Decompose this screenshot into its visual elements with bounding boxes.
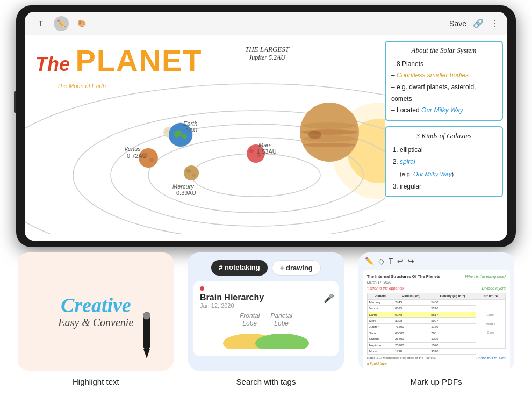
svg-point-11	[186, 169, 191, 173]
highlight-text-group: Creative Easy & Convenie	[58, 294, 133, 329]
search-label: Search with tags	[236, 377, 296, 386]
mic-icon: 🎤	[323, 293, 334, 303]
notetaking-tag[interactable]: # notetaking	[211, 260, 268, 276]
palette-icon: 🎨	[77, 19, 86, 27]
parietal-lobe: ParietalLobe	[270, 312, 292, 327]
pdf-footnote: [Table 1-1] Mechanical properties of the…	[367, 356, 436, 361]
eraser-icon[interactable]: ◇	[378, 257, 384, 265]
note-dot	[200, 286, 204, 291]
brush-tool-button[interactable]: ✏️	[54, 16, 69, 31]
svg-text:0.72AU: 0.72AU	[127, 153, 147, 159]
moon-label: The Moon of Earth	[57, 83, 106, 89]
pen-icon	[131, 310, 163, 365]
pdf-table: PlanetsRadius (km)Density (kg m⁻³)Struct…	[367, 293, 506, 355]
svg-text:1AU: 1AU	[186, 127, 197, 133]
svg-rect-38	[143, 312, 150, 319]
pdf-share-note: Share this to Tim!	[476, 356, 506, 361]
feature-highlight: Creative Easy & Convenie Highlight text	[11, 252, 181, 386]
highlight-card: Creative Easy & Convenie	[18, 252, 174, 371]
undo-icon[interactable]: ↩	[397, 257, 404, 265]
pdf-card: ✏️ ◇ T ↩ ↪ The Internal Structures Of Th…	[358, 252, 514, 371]
drawing-tag[interactable]: + drawing	[272, 260, 321, 276]
highlight-label: Highlight text	[73, 377, 119, 386]
galaxy-item-2: spiral(e.g. Our Milky Way)	[400, 156, 497, 180]
redo-icon[interactable]: ↪	[408, 257, 414, 265]
text-icon: T	[39, 19, 44, 28]
search-card: # notetaking + drawing Brain Hierarchy J…	[188, 252, 344, 371]
app-toolbar: T ✏️ 🎨 Save 🔗 ⋮	[25, 12, 507, 35]
pdf-liquid-layer: a liquid layer	[367, 361, 506, 366]
svg-point-12	[192, 174, 196, 177]
note-title: Brain Hierarchy	[200, 293, 332, 302]
highlight-card-line2: Easy & Convenie	[58, 316, 133, 329]
pdf-doc-date: March 17, 2020	[367, 280, 441, 285]
tablet-screen: T ✏️ 🎨 Save 🔗 ⋮ The PLANET	[25, 12, 507, 241]
pdf-doc-title: The Internal Structures Of The Planets	[367, 274, 441, 280]
svg-text:1.53AU: 1.53AU	[257, 148, 277, 155]
solar-bullet-2: Countless smaller bodies	[391, 70, 497, 82]
svg-text:Mars: Mars	[258, 142, 272, 148]
galaxies-title: 3 Kinds of Galaxies	[391, 131, 497, 142]
solar-system-list: 8 Planets Countless smaller bodies e.g. …	[391, 59, 497, 117]
right-panel: About the Solar System 8 Planets Countle…	[385, 41, 503, 241]
brush-icon: ✏️	[57, 19, 66, 27]
svg-point-34	[304, 143, 355, 147]
palette-tool-button[interactable]: 🎨	[74, 16, 89, 31]
search-tags-group: # notetaking + drawing	[188, 252, 344, 281]
solar-bullet-3: e.g. dwarf planets, asteroid, comets	[391, 82, 497, 105]
largest-label: THE LARGEST	[245, 45, 289, 54]
svg-point-10	[184, 165, 199, 180]
svg-point-35	[308, 131, 321, 139]
largest-value: Jupiter 5.2AU	[245, 54, 289, 62]
features-section: Creative Easy & Convenie Highlight text …	[0, 252, 532, 386]
text-tool-button[interactable]: T	[33, 16, 48, 31]
pdf-toolbar: ✏️ ◇ T ↩ ↪	[358, 252, 514, 270]
svg-text:Venus: Venus	[124, 146, 141, 152]
text-icon-pdf[interactable]: T	[389, 257, 393, 265]
toolbar-right-group: Save 🔗 ⋮	[449, 18, 499, 28]
pdf-content: The Internal Structures Of The Planets M…	[363, 270, 510, 371]
solar-bullet-1: 8 Planets	[391, 59, 497, 70]
galaxies-box: 3 Kinds of Galaxies elliptical spiral(e.…	[385, 126, 503, 197]
solar-system-title: About the Solar System	[391, 45, 497, 56]
galaxy-item-1: elliptical	[400, 144, 497, 156]
feature-pdf: ✏️ ◇ T ↩ ↪ The Internal Structures Of Th…	[351, 252, 521, 386]
more-menu-icon[interactable]: ⋮	[490, 18, 499, 28]
frontal-lobe: FrontalLobe	[240, 312, 260, 327]
save-button[interactable]: Save	[449, 19, 466, 28]
svg-text:Mercury: Mercury	[172, 183, 195, 190]
galaxy-list: elliptical spiral(e.g. Our Milky Way) ir…	[391, 144, 497, 193]
planet-illustration: The PLANET THE LARGEST Jupiter 5.2AU	[25, 35, 390, 241]
brain-svg	[200, 327, 332, 349]
galaxy-item-3: iregular	[400, 180, 497, 193]
note-content: The PLANET THE LARGEST Jupiter 5.2AU	[25, 35, 507, 241]
side-button	[14, 91, 16, 113]
solar-bullet-4: Located Our Milky Way	[391, 105, 497, 117]
svg-point-9	[166, 130, 168, 132]
feature-search: # notetaking + drawing Brain Hierarchy J…	[181, 252, 351, 386]
search-note-card: Brain Hierarchy Jan 12, 2020 FrontalLobe…	[193, 281, 339, 356]
svg-point-31	[303, 122, 356, 129]
svg-point-17	[149, 158, 154, 162]
pdf-refer: *Refer to the appendix	[367, 286, 405, 291]
link-icon[interactable]: 🔗	[473, 18, 484, 28]
svg-marker-37	[143, 349, 150, 358]
note-date: Jan 12, 2020	[200, 302, 332, 309]
svg-text:Earth: Earth	[183, 120, 197, 127]
pencil-icon[interactable]: ✏️	[365, 257, 374, 265]
solar-system-svg: Mercury 0.39AU Venus 0.72AU Earth 1AU	[25, 68, 385, 234]
svg-text:0.39AU: 0.39AU	[176, 190, 196, 196]
svg-point-26	[249, 149, 254, 153]
tablet-frame: T ✏️ 🎨 Save 🔗 ⋮ The PLANET	[16, 5, 516, 247]
largest-label-group: THE LARGEST Jupiter 5.2AU	[245, 45, 289, 62]
highlight-card-line1: Creative	[58, 294, 133, 317]
pdf-label: Mark up PDFs	[411, 377, 462, 386]
pdf-right-note: When is the essng dead	[465, 274, 506, 285]
lobes-group: FrontalLobe ParietalLobe	[200, 312, 332, 327]
pdf-divided: Divided layers	[482, 286, 506, 291]
solar-system-box: About the Solar System 8 Planets Countle…	[385, 41, 503, 121]
